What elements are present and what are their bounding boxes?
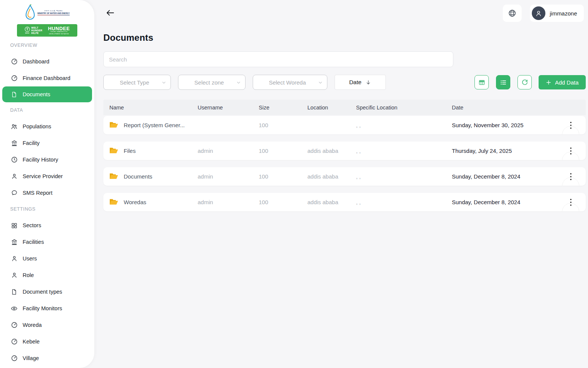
add-data-button[interactable]: Add Data: [539, 75, 586, 89]
sidebar-item-service-provider[interactable]: Service Provider: [0, 168, 94, 185]
select-type-placeholder: Select Type: [120, 79, 149, 86]
row-size: 100: [259, 173, 307, 180]
row-menu-button[interactable]: [562, 167, 580, 186]
sidebar-item-label: Village: [23, 355, 39, 361]
water-drop-logo-icon: [25, 4, 36, 21]
row-location: addis ababa: [307, 173, 356, 180]
sidebar-item-facilities[interactable]: Facilities: [0, 234, 94, 250]
sidebar-nav: OVERVIEW Dashboard Finance Dashboard Doc…: [0, 37, 94, 366]
sidebar-item-label: Kebele: [23, 339, 40, 345]
col-specific-location: Specific Location: [356, 105, 452, 111]
hundee-sub1: OROMO GRASSROOTS: [51, 31, 68, 33]
sidebar-item-label: Sectors: [23, 222, 41, 228]
table-row[interactable]: Report (System Gener... 100 , , Sunday, …: [103, 116, 586, 134]
sidebar-item-populations[interactable]: Populations: [0, 118, 94, 135]
sidebar-item-label: SMS Report: [23, 190, 52, 196]
filter-row: Select Type Select zone Select Woreda Da…: [103, 75, 586, 90]
row-date: Sunday, November 30, 2025: [452, 122, 562, 128]
gauge-icon: [11, 355, 18, 362]
sidebar-item-sms-report[interactable]: SMS Report: [0, 185, 94, 201]
sidebar-item-label: Role: [23, 272, 34, 278]
table-row[interactable]: Files admin 100 addis ababa , , Thursday…: [103, 142, 586, 160]
chevron-down-icon: [236, 80, 241, 85]
select-type-dropdown[interactable]: Select Type: [103, 75, 171, 90]
gauge-icon: [11, 338, 18, 345]
bank-icon: [11, 239, 18, 246]
sidebar-item-label: Document types: [23, 289, 62, 295]
eye-icon: [11, 305, 18, 312]
whh-abbr: WHH: [25, 32, 29, 34]
row-specific-location: , ,: [356, 122, 452, 128]
col-location: Location: [307, 105, 356, 111]
folder-icon: [109, 122, 118, 129]
sidebar-item-label: Service Provider: [23, 173, 63, 179]
document-icon: [11, 288, 18, 296]
row-menu-button[interactable]: [562, 193, 580, 211]
row-username: admin: [198, 148, 259, 154]
sidebar-item-village[interactable]: Village: [0, 350, 94, 366]
chat-icon: [11, 189, 18, 197]
avatar: [532, 6, 545, 20]
language-button[interactable]: [503, 5, 522, 22]
row-date: Thursday, July 24, 2025: [452, 148, 562, 154]
sidebar-item-label: Facility: [23, 140, 40, 146]
select-zone-placeholder: Select zone: [194, 79, 224, 86]
gauge-icon: [11, 322, 18, 329]
sidebar-item-label: Dashboard: [23, 59, 49, 65]
user-menu-button[interactable]: jimmazone: [530, 5, 584, 22]
person-icon: [11, 272, 18, 279]
row-menu-button[interactable]: [562, 116, 580, 134]
people-icon: [11, 123, 18, 130]
grid-view-button[interactable]: [474, 75, 489, 89]
select-woreda-placeholder: Select Woreda: [269, 79, 306, 86]
select-woreda-dropdown[interactable]: Select Woreda: [253, 75, 327, 90]
date-sort-button[interactable]: Date: [335, 75, 386, 90]
row-name: Woredas: [124, 199, 146, 205]
row-date: Sunday, December 8, 2024: [452, 173, 562, 180]
row-menu-button[interactable]: [562, 142, 580, 160]
sidebar-item-document-types[interactable]: Document types: [0, 283, 94, 300]
sidebar-item-facility-history[interactable]: Facility History: [0, 151, 94, 168]
table-view-icon: [478, 79, 485, 86]
table-row[interactable]: Woredas admin 100 addis ababa , , Sunday…: [103, 193, 586, 211]
refresh-icon: [521, 79, 528, 86]
back-button[interactable]: [106, 8, 117, 18]
section-settings: SETTINGS: [0, 201, 94, 217]
whh-hilfe: HILFE: [31, 32, 42, 34]
search-input[interactable]: [103, 51, 453, 67]
row-username: admin: [198, 173, 259, 180]
folder-icon: [109, 147, 118, 154]
select-zone-dropdown[interactable]: Select zone: [178, 75, 246, 90]
row-specific-location: , ,: [356, 148, 452, 154]
col-username: Username: [198, 105, 259, 111]
row-size: 100: [259, 148, 307, 154]
document-icon: [11, 91, 18, 98]
sidebar-item-users[interactable]: Users: [0, 250, 94, 267]
list-view-button[interactable]: [496, 75, 510, 89]
folder-icon: [109, 173, 118, 180]
globe-icon: [508, 9, 516, 17]
sidebar-item-sectors[interactable]: Sectors: [0, 217, 94, 234]
sidebar-item-role[interactable]: Role: [0, 267, 94, 283]
logo-block: የውሃና ኢነርጂ ሚኒስቴር MINISTRY OF WATER AND EN…: [0, 0, 94, 37]
sidebar-item-facility[interactable]: Facility: [0, 135, 94, 151]
sidebar-item-documents[interactable]: Documents: [2, 86, 92, 102]
sidebar-item-label: Documents: [23, 91, 50, 97]
refresh-button[interactable]: [517, 75, 532, 89]
plus-icon: [546, 80, 551, 85]
arrow-down-icon: [365, 80, 371, 85]
col-name: Name: [109, 105, 198, 111]
sidebar-item-finance-dashboard[interactable]: Finance Dashboard: [0, 70, 94, 86]
sidebar-item-kebele[interactable]: Kebele: [0, 333, 94, 350]
gauge-icon: [11, 58, 18, 65]
row-username: admin: [198, 199, 259, 205]
person-icon: [535, 9, 542, 17]
sidebar-item-facility-monitors[interactable]: Facility Monitors: [0, 300, 94, 317]
row-size: 100: [259, 122, 307, 128]
person-icon: [11, 255, 18, 262]
hundee-title: HUNDEE: [48, 26, 70, 31]
table-row[interactable]: Documents admin 100 addis ababa , , Sund…: [103, 167, 586, 186]
sidebar-item-dashboard[interactable]: Dashboard: [0, 53, 94, 70]
sidebar-item-woreda[interactable]: Woreda: [0, 317, 94, 333]
hundee-sub2: DEVELOPMENT INITIATIVE: [49, 34, 69, 35]
